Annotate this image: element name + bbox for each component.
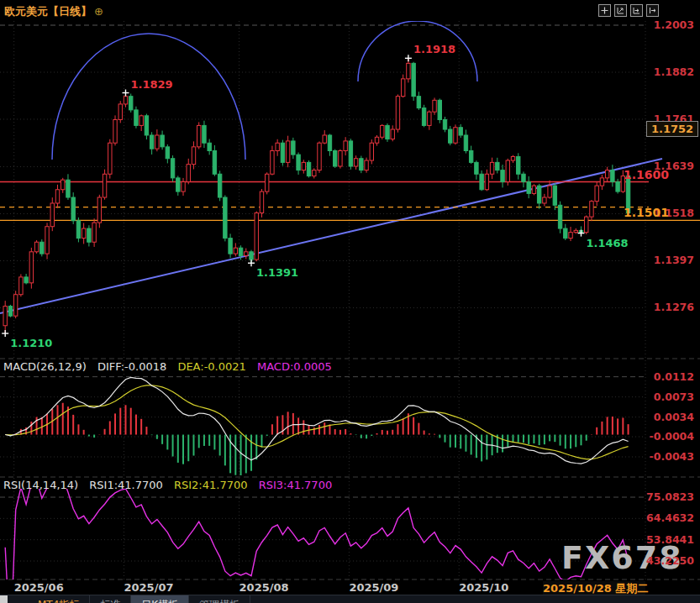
macd-axis-tick: 0.0073	[645, 391, 694, 403]
rsi-axis-tick: 64.4632	[645, 511, 694, 524]
price-axis-tick: 1.2003	[645, 18, 694, 31]
macd-diff-value: DIFF:-0.0018	[97, 360, 166, 373]
rsi-panel	[5, 478, 628, 603]
bottom-tab-2[interactable]: 标准	[90, 595, 131, 603]
pivot-label: 1.1829	[130, 78, 172, 91]
bottom-tab-4[interactable]: 管理模板	[189, 595, 250, 603]
price-axis-tick: 1.1276	[645, 301, 694, 313]
macd-axis-tick: -0.0043	[645, 450, 694, 463]
bottom-tab-3[interactable]: 日K模板	[131, 595, 189, 603]
rsi3-value: RSI3:41.7700	[259, 479, 333, 491]
pivot-label: 1.1918	[413, 43, 455, 55]
rsi-axis-tick: 75.0823	[645, 490, 694, 503]
x-axis-month-label: 2025/10	[459, 581, 508, 594]
gridlines	[0, 21, 700, 579]
bottom-tab-1[interactable]: MT4指标	[28, 595, 90, 603]
clipped-tab-icon[interactable]	[0, 595, 8, 603]
chart-window: FX678 欧元美元【日线】⊕ MACD(26,12,9) DIFF:-0.00…	[0, 0, 700, 603]
candles	[3, 58, 630, 333]
period-tag: 【日线】	[48, 5, 92, 18]
pivot-markers	[2, 55, 584, 337]
move-icon[interactable]	[598, 4, 611, 17]
rsi-name: RSI(14,14,14)	[3, 479, 78, 491]
price-axis-tick: 1.1397	[645, 254, 694, 266]
macd-hist-value: MACD:0.0005	[257, 360, 332, 373]
rsi1-value: RSI1:41.7700	[89, 479, 163, 491]
add-indicator-icon[interactable]: ⊕	[94, 5, 103, 18]
instrument-title: 欧元美元	[4, 5, 48, 18]
pivot-label: 1.1391	[256, 266, 298, 279]
macd-axis-tick: -0.0004	[645, 430, 694, 443]
chart-canvas[interactable]	[0, 0, 700, 603]
x-axis-month-label: 2025/07	[124, 581, 173, 594]
go-to-latest-icon[interactable]	[646, 4, 659, 17]
price-line-label: 1.1501	[624, 206, 669, 219]
chart-toolbar	[598, 4, 659, 17]
rsi-axis-tick: 53.8441	[645, 533, 694, 546]
x-axis-month-label: 2025/06	[14, 581, 64, 594]
price-line-label: 1.1600	[624, 168, 669, 181]
x-axis-month-label: 2025/08	[239, 581, 289, 594]
rsi2-value: RSI2:41.7700	[174, 479, 248, 491]
scale-axis-icon[interactable]	[614, 4, 627, 17]
bottom-tab-bar: MT4指标标准日K模板管理模板	[0, 595, 700, 603]
x-axis-month-label: 2025/09	[349, 581, 398, 594]
titlebar: 欧元美元【日线】⊕	[4, 4, 103, 19]
macd-panel	[5, 377, 628, 475]
macd-axis-tick: 0.0034	[645, 411, 694, 423]
rsi-axis-tick: 43.2250	[645, 554, 694, 567]
pivot-label: 1.1210	[10, 337, 52, 349]
macd-axis-tick: 0.0112	[645, 370, 694, 383]
rsi-header: RSI(14,14,14) RSI1:41.7700 RSI2:41.7700 …	[3, 479, 339, 491]
pivot-label: 1.1468	[587, 237, 629, 249]
current-price-label: 1.1752	[646, 121, 698, 137]
macd-name: MACD(26,12,9)	[3, 360, 87, 373]
macd-header: MACD(26,12,9) DIFF:-0.0018 DEA:-0.0021 M…	[3, 360, 339, 373]
macd-dea-value: DEA:-0.0021	[177, 360, 245, 373]
scroll-left-icon[interactable]	[630, 4, 643, 17]
price-axis-tick: 1.1882	[645, 66, 694, 78]
